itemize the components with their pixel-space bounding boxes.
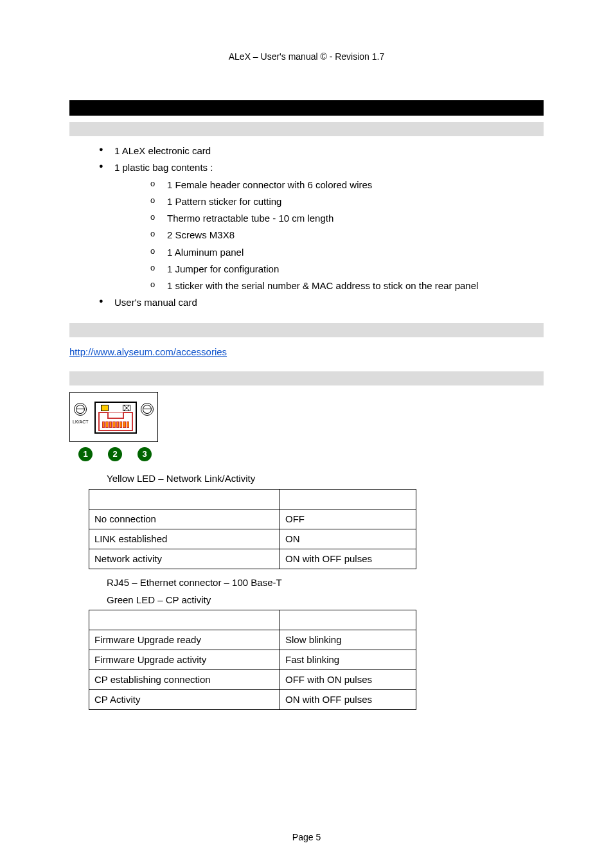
list-item: 1 ALeX electronic card bbox=[99, 143, 544, 159]
list-item: 2 Screws M3X8 bbox=[150, 227, 544, 244]
package-sublist: 1 Female header connector with 6 colored… bbox=[114, 177, 544, 295]
section-bar-accessories bbox=[69, 323, 544, 337]
rj45-jack-icon bbox=[94, 402, 137, 434]
table-row: No connectionOFF bbox=[89, 509, 416, 529]
page-header: ALeX – User's manual © - Revision 1.7 bbox=[69, 51, 544, 62]
list-item: 1 plastic bag contents : 1 Female header… bbox=[99, 159, 544, 294]
table-row: CP establishing connectionOFF with ON pu… bbox=[89, 669, 416, 689]
list-item: 1 Pattern sticker for cutting bbox=[150, 193, 544, 210]
screw-icon bbox=[74, 403, 87, 416]
list-item: Thermo retractable tube - 10 cm length bbox=[150, 210, 544, 227]
table-row: LINK establishedON bbox=[89, 529, 416, 549]
green-led-icon bbox=[123, 405, 130, 411]
cell: Firmware Upgrade activity bbox=[89, 650, 280, 669]
section-bar-package bbox=[69, 122, 544, 136]
green-led-table: Firmware Upgrade readySlow blinking Firm… bbox=[89, 610, 416, 710]
cell: CP Activity bbox=[89, 689, 280, 709]
screw-icon bbox=[141, 403, 154, 416]
page: ALeX – User's manual © - Revision 1.7 1 … bbox=[0, 0, 613, 868]
list-item: 1 Aluminum panel bbox=[150, 244, 544, 261]
callout-1: 1 bbox=[78, 447, 93, 461]
cell: OFF with ON pulses bbox=[280, 669, 416, 689]
table-row bbox=[89, 489, 416, 509]
front-panel-diagram: LK/ACT bbox=[69, 392, 158, 442]
table-row: Firmware Upgrade readySlow blinking bbox=[89, 630, 416, 650]
cell: Fast blinking bbox=[280, 650, 416, 669]
package-list: 1 ALeX electronic card 1 plastic bag con… bbox=[69, 143, 544, 312]
rj45-caption: RJ45 – Ethernet connector – 100 Base-T bbox=[107, 574, 544, 591]
lkact-label: LK/ACT bbox=[73, 420, 89, 424]
cell: ON with OFF pulses bbox=[280, 689, 416, 709]
cell: Firmware Upgrade ready bbox=[89, 630, 280, 650]
cell: ON bbox=[280, 529, 416, 549]
list-item-text: 1 plastic bag contents : bbox=[114, 162, 213, 173]
yellow-led-table: No connectionOFF LINK establishedON Netw… bbox=[89, 489, 416, 569]
title-bar bbox=[69, 100, 544, 116]
table-row: Network activityON with OFF pulses bbox=[89, 549, 416, 569]
section-bar-front bbox=[69, 371, 544, 385]
green-led-caption: Green LED – CP activity bbox=[107, 592, 544, 608]
yellow-led-caption: Yellow LED – Network Link/Activity bbox=[107, 473, 544, 484]
callout-3: 3 bbox=[138, 447, 152, 461]
list-item: User's manual card bbox=[99, 294, 544, 311]
table-row bbox=[89, 610, 416, 630]
page-footer: Page 5 bbox=[0, 832, 613, 842]
callouts: 1 2 3 bbox=[69, 447, 544, 461]
yellow-led-icon bbox=[101, 405, 109, 411]
list-item: 1 sticker with the serial number & MAC a… bbox=[150, 278, 544, 294]
callout-2: 2 bbox=[108, 447, 122, 461]
cell: Network activity bbox=[89, 549, 280, 569]
table-row: Firmware Upgrade activityFast blinking bbox=[89, 650, 416, 669]
accessories-link[interactable]: http://www.alyseum.com/accessories bbox=[69, 346, 227, 357]
cell: CP establishing connection bbox=[89, 669, 280, 689]
cell: LINK established bbox=[89, 529, 280, 549]
cell: ON with OFF pulses bbox=[280, 549, 416, 569]
cell: OFF bbox=[280, 509, 416, 529]
cell: Slow blinking bbox=[280, 630, 416, 650]
table-row: CP ActivityON with OFF pulses bbox=[89, 689, 416, 709]
list-item: 1 Female header connector with 6 colored… bbox=[150, 177, 544, 193]
cell: No connection bbox=[89, 509, 280, 529]
list-item: 1 Jumper for configuration bbox=[150, 261, 544, 278]
